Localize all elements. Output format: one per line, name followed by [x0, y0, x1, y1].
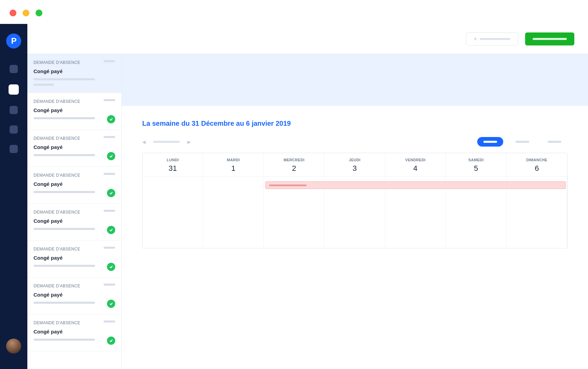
calendar-section: La semaine du 31 Décembre au 6 janvier 2…	[122, 106, 588, 262]
secondary-action-button[interactable]: +	[466, 32, 518, 45]
close-window-icon[interactable]	[10, 10, 16, 16]
request-category: DEMANDE D'ABSENCE	[34, 136, 115, 141]
absence-request-item[interactable]: DEMANDE D'ABSENCECongé payé	[27, 277, 121, 314]
request-date-placeholder	[104, 99, 115, 101]
day-number: 3	[324, 164, 385, 173]
calendar-day-header: LUNDI31	[143, 153, 203, 176]
absence-request-item[interactable]: DEMANDE D'ABSENCECongé payé	[27, 314, 121, 351]
day-number: 6	[507, 164, 567, 173]
day-number: 5	[446, 164, 506, 173]
request-category: DEMANDE D'ABSENCE	[34, 173, 115, 178]
request-detail-placeholder	[34, 339, 95, 341]
view-option-3[interactable]	[542, 137, 567, 147]
request-type: Congé payé	[34, 181, 115, 187]
request-detail-placeholder	[34, 228, 95, 230]
calendar-day-header: MARDI1	[203, 153, 264, 176]
request-detail-placeholder	[34, 302, 95, 304]
approved-status-icon	[107, 300, 115, 308]
request-category: DEMANDE D'ABSENCE	[34, 60, 115, 65]
day-of-week-label: DIMANCHE	[507, 158, 567, 162]
request-type: Congé payé	[34, 218, 115, 224]
calendar-title: La semaine du 31 Décembre au 6 janvier 2…	[142, 120, 567, 127]
nav-rail: P	[0, 24, 27, 369]
view-option-2[interactable]	[509, 137, 535, 147]
calendar-day-header: VENDREDI4	[385, 153, 446, 176]
event-label-placeholder	[269, 184, 307, 186]
approved-status-icon	[107, 152, 115, 160]
request-type: Congé payé	[34, 292, 115, 298]
window-controls	[10, 10, 42, 16]
calendar-day-col[interactable]	[203, 177, 264, 248]
request-list: DEMANDE D'ABSENCECongé payéDEMANDE D'ABS…	[27, 54, 122, 369]
calendar-day-header: MERCREDI2	[264, 153, 324, 176]
calendar-grid: LUNDI31MARDI1MERCREDI2JEUDI3VENDREDI4SAM…	[142, 153, 567, 248]
absence-request-item[interactable]: DEMANDE D'ABSENCECongé payé	[27, 241, 121, 277]
request-detail-placeholder	[34, 117, 95, 119]
approved-status-icon	[107, 337, 115, 345]
day-of-week-label: LUNDI	[143, 158, 203, 162]
nav-item-absences[interactable]	[9, 84, 19, 95]
secondary-action-label-placeholder	[480, 38, 510, 40]
request-detail-placeholder	[34, 265, 95, 267]
day-of-week-label: VENDREDI	[385, 158, 445, 162]
request-category: DEMANDE D'ABSENCE	[34, 320, 115, 325]
plus-icon: +	[474, 36, 477, 42]
day-number: 2	[264, 164, 324, 173]
request-date-placeholder	[104, 320, 115, 323]
request-date-placeholder	[104, 210, 115, 212]
request-date-placeholder	[104, 247, 115, 249]
prev-week-icon[interactable]: ◀	[142, 139, 146, 145]
absence-request-item[interactable]: DEMANDE D'ABSENCECongé payé	[27, 204, 121, 241]
day-number: 1	[203, 164, 263, 173]
primary-action-label-placeholder	[533, 38, 567, 40]
calendar-day-col[interactable]	[143, 177, 203, 248]
calendar-day-header: JEUDI3	[324, 153, 385, 176]
absence-request-item[interactable]: DEMANDE D'ABSENCECongé payé	[27, 93, 121, 130]
request-type: Congé payé	[34, 107, 115, 113]
approved-status-icon	[107, 226, 115, 234]
maximize-window-icon[interactable]	[36, 10, 42, 16]
request-type: Congé payé	[34, 329, 115, 334]
nav-item-3[interactable]	[10, 106, 18, 114]
top-bar: +	[27, 24, 588, 54]
nav-item-4[interactable]	[10, 125, 18, 134]
app-logo: P	[6, 33, 21, 49]
day-number: 31	[143, 164, 203, 173]
main-content: La semaine du 31 Décembre au 6 janvier 2…	[122, 24, 588, 369]
avatar[interactable]	[6, 339, 21, 354]
calendar-body	[143, 176, 567, 248]
approved-status-icon	[107, 263, 115, 271]
day-number: 4	[385, 164, 445, 173]
primary-action-button[interactable]	[525, 32, 574, 45]
nav-item-1[interactable]	[10, 65, 18, 73]
request-type: Congé payé	[34, 68, 115, 74]
request-category: DEMANDE D'ABSENCE	[34, 210, 115, 215]
calendar-day-header: DIMANCHE6	[507, 153, 567, 176]
request-date-placeholder	[104, 284, 115, 286]
minimize-window-icon[interactable]	[23, 10, 29, 16]
calendar-nav: ◀ ▶	[142, 139, 191, 145]
absence-request-item[interactable]: DEMANDE D'ABSENCECongé payé	[27, 167, 121, 204]
day-of-week-label: SAMEDI	[446, 158, 506, 162]
request-type: Congé payé	[34, 255, 115, 261]
request-date-placeholder	[104, 173, 115, 175]
request-category: DEMANDE D'ABSENCE	[34, 99, 115, 104]
day-of-week-label: MERCREDI	[264, 158, 324, 162]
calendar-toolbar: ◀ ▶	[142, 137, 567, 147]
calendar-view-switch	[477, 137, 567, 147]
request-date-placeholder	[104, 60, 115, 62]
absence-request-item[interactable]: DEMANDE D'ABSENCECongé payé	[27, 130, 121, 167]
next-week-icon[interactable]: ▶	[187, 139, 191, 145]
nav-item-5[interactable]	[10, 145, 18, 153]
request-detail-placeholder	[34, 154, 95, 156]
absence-event-bar[interactable]	[265, 181, 566, 189]
view-week-pill[interactable]	[477, 137, 503, 147]
absence-request-item[interactable]: DEMANDE D'ABSENCECongé payé	[27, 54, 121, 93]
request-detail-placeholder	[34, 191, 95, 193]
request-detail-placeholder	[34, 78, 95, 80]
calendar-day-header: SAMEDI5	[446, 153, 506, 176]
request-type: Congé payé	[34, 144, 115, 150]
calendar-header-row: LUNDI31MARDI1MERCREDI2JEUDI3VENDREDI4SAM…	[143, 153, 567, 176]
request-category: DEMANDE D'ABSENCE	[34, 247, 115, 251]
date-range-placeholder	[153, 141, 180, 143]
